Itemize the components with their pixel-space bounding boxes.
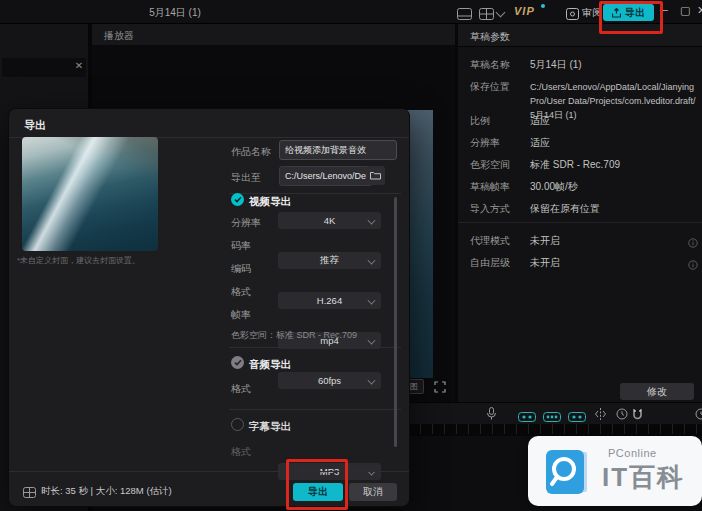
name-field-value: 给视频添加背景音效 [285, 144, 366, 157]
browse-folder-button[interactable] [366, 166, 385, 185]
maximize-button[interactable]: ▢ [680, 4, 690, 17]
subtitle-export-checkbox[interactable] [231, 418, 244, 431]
draft-row-value: 30.00帧/秒 [530, 180, 578, 194]
name-field-input[interactable]: 给视频添加背景音效 [279, 140, 397, 160]
player-panel-header: 播放器 [92, 24, 455, 46]
layer-info-icon[interactable] [688, 256, 698, 274]
watermark-book-icon [544, 448, 592, 500]
draft-row-label: 保存位置 [470, 80, 510, 94]
timecode-icon[interactable] [616, 406, 628, 424]
video-row-label: 码率 [231, 239, 251, 253]
bitrate-value: 推荐 [320, 254, 339, 267]
proxy-info-icon[interactable] [688, 234, 698, 252]
export-dialog-title: 导出 [24, 118, 46, 133]
draft-row-value: 5月14日 (1) [530, 58, 582, 72]
export-meta: 时长: 35 秒 | 大小: 128M (估计) [41, 485, 172, 498]
watermark-title: IT百科 [602, 460, 685, 495]
player-panel-title: 播放器 [104, 29, 134, 43]
export-dialog: 导出 *未自定义封面，建议去封面设置。 作品名称 给视频添加背景音效 导出至 C… [8, 108, 410, 507]
resolution-select[interactable]: 4K [278, 212, 381, 229]
dest-field-value: C:/Users/Lenovo/Deskt... [285, 171, 373, 181]
audio-export-checkbox[interactable] [231, 356, 244, 369]
framerate-select[interactable]: 60fps [278, 372, 381, 389]
cover-thumbnail[interactable] [22, 137, 158, 251]
vip-badge[interactable]: VIP [514, 5, 535, 17]
dest-field-input[interactable]: C:/Users/Lenovo/Deskt... [279, 166, 373, 186]
draft-row-value: 未开启 [530, 256, 560, 270]
cancel-button[interactable]: 取消 [349, 483, 397, 501]
draft-row-value: C:/Users/Lenovo/AppData/Local/JianyingPr… [530, 80, 696, 122]
dialog-section-divider-2 [229, 347, 401, 348]
audio-export-title: 音频导出 [249, 358, 291, 372]
framerate-value: 60fps [318, 375, 341, 386]
bitrate-select[interactable]: 推荐 [278, 252, 381, 269]
chevron-down-icon [368, 256, 376, 264]
draft-panel-divider [458, 222, 702, 223]
magnet-snap-icon[interactable] [632, 406, 643, 424]
draft-row-label: 导入方式 [470, 202, 510, 216]
chevron-down-icon [368, 336, 376, 344]
subtitle-format-label: 格式 [231, 445, 251, 459]
audio-format-label: 格式 [231, 382, 251, 396]
timeline-ruler[interactable] [408, 424, 702, 434]
video-row-label: 编码 [231, 262, 251, 276]
draft-row-label: 草稿帧率 [470, 180, 510, 194]
video-row-label: 分辨率 [231, 216, 261, 230]
clear-search-icon[interactable]: ✕ [73, 60, 85, 72]
chevron-down-icon [368, 296, 376, 304]
export-confirm-label: 导出 [308, 485, 328, 499]
export-button-top[interactable]: 导出 [603, 4, 654, 21]
draft-row-label: 比例 [470, 114, 490, 128]
draft-row-value: 保留在原有位置 [530, 202, 600, 216]
draft-row-label: 代理模式 [470, 234, 510, 248]
project-title: 5月14日 (1) [120, 6, 230, 20]
fullscreen-icon[interactable] [434, 379, 446, 397]
draft-panel-header: 草稿参数 [458, 24, 702, 47]
duration-icon [23, 484, 36, 502]
app-window: ✕ 播放器 底图 草稿参数 草稿名称 5月14日 (1) 保存 [0, 0, 702, 511]
undo-history-icon[interactable] [695, 406, 702, 424]
draft-row-label: 自由层级 [470, 256, 510, 270]
cover-note: *未自定义封面，建议去封面设置。 [17, 255, 140, 266]
draft-row-label: 色彩空间 [470, 158, 510, 172]
minimize-button[interactable]: ─ [660, 4, 668, 16]
export-button-top-label: 导出 [625, 6, 645, 20]
draft-panel-title: 草稿参数 [470, 30, 510, 44]
export-confirm-button[interactable]: 导出 [293, 483, 343, 501]
dialog-footer-divider [9, 471, 409, 472]
split-clip-icon[interactable] [594, 406, 607, 424]
name-field-label: 作品名称 [231, 145, 271, 159]
record-voice-icon[interactable] [486, 406, 497, 424]
review-button[interactable]: 审阅 [582, 6, 602, 20]
watermark-brand: PConline [608, 447, 657, 459]
export-icon [612, 8, 621, 18]
layout-grid-icon[interactable] [479, 6, 494, 24]
draft-row-value: 适应 [530, 136, 550, 150]
draft-row-value: 标准 SDR - Rec.709 [530, 158, 620, 172]
dialog-section-divider-3 [229, 409, 401, 410]
close-button[interactable]: ✕ [697, 4, 702, 17]
resolution-value: 4K [324, 215, 336, 226]
dialog-section-divider-1 [229, 193, 401, 194]
layout-single-icon[interactable] [457, 6, 472, 24]
codec-select[interactable]: H.264 [278, 292, 381, 309]
chevron-down-icon [368, 376, 376, 384]
codec-value: H.264 [317, 295, 342, 306]
video-row-label: 帧率 [231, 308, 251, 322]
dest-field-label: 导出至 [231, 171, 261, 185]
chevron-down-icon [368, 216, 376, 224]
subtitle-export-title: 字幕导出 [249, 420, 291, 434]
review-icon[interactable] [566, 6, 579, 24]
video-export-checkbox[interactable] [231, 193, 244, 206]
modify-button[interactable]: 修改 [620, 383, 694, 400]
cancel-label: 取消 [363, 485, 383, 499]
draft-row-label: 草稿名称 [470, 58, 510, 72]
folder-icon [370, 171, 381, 180]
vip-notification-dot [541, 4, 545, 8]
watermark: PConline IT百科 [528, 436, 702, 506]
video-row-label: 格式 [231, 285, 251, 299]
dialog-scrollbar[interactable] [394, 197, 397, 447]
color-space-note: 色彩空间：标准 SDR - Rec.709 [231, 329, 357, 342]
draft-row-value: 适应 [530, 114, 550, 128]
draft-row-label: 分辨率 [470, 136, 500, 150]
